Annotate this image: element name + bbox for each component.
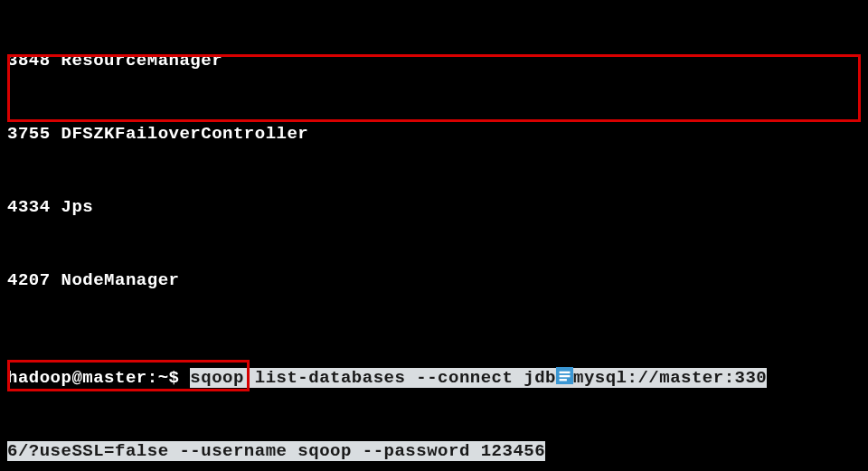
output-line: 3755 DFSZKFailoverController [7, 122, 861, 146]
sqoop-command-highlight-line2: 6/?useSSL=false --username sqoop --passw… [7, 441, 545, 461]
note-icon-inline [556, 368, 573, 388]
command-line-1a[interactable]: hadoop@master:~$ sqoop list-databases --… [7, 366, 861, 391]
sqoop-command-highlight-part2: mysql://master:330 [573, 368, 767, 388]
output-line: 4334 Jps [7, 195, 861, 220]
svg-rect-1 [560, 372, 571, 373]
sqoop-command-highlight-part1: sqoop list-databases --connect jdb [190, 368, 556, 388]
output-line: 3848 ResourceManager [7, 49, 861, 73]
output-line: 4207 NodeManager [7, 268, 861, 293]
svg-rect-2 [560, 375, 571, 377]
note-icon [556, 367, 573, 384]
prompt-user: hadoop@master [7, 368, 147, 388]
terminal-window[interactable]: 3848 ResourceManager 3755 DFSZKFailoverC… [0, 0, 868, 471]
prompt-path: :~$ [147, 368, 191, 388]
svg-rect-3 [560, 380, 567, 382]
command-line-1b[interactable]: 6/?useSSL=false --username sqoop --passw… [7, 439, 861, 464]
